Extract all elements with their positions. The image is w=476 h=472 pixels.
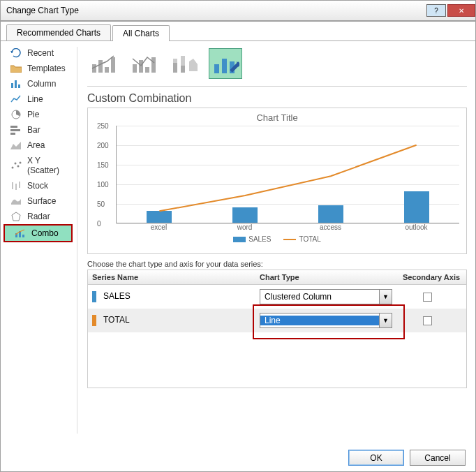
section-title: Custom Combination	[87, 92, 467, 105]
category-pie[interactable]: Pie	[1, 107, 75, 122]
category-surface[interactable]: Surface	[1, 193, 75, 209]
plot-area: 050100150200250	[116, 126, 459, 223]
legend: SALES TOTAL	[95, 235, 459, 243]
svg-rect-28	[181, 66, 185, 73]
header-secondary-axis: Secondary Axis	[396, 270, 466, 284]
x-labels: excelwordaccessoutlook	[116, 223, 459, 231]
combo-subtype-1[interactable]	[87, 48, 121, 79]
radar-icon	[10, 212, 22, 221]
chart-title: Chart Title	[95, 112, 459, 123]
svg-rect-6	[10, 133, 15, 135]
category-radar[interactable]: Radar	[1, 209, 75, 224]
svg-rect-17	[22, 235, 24, 237]
svg-rect-27	[173, 59, 177, 63]
series-name-sales: SALES	[92, 291, 260, 302]
line-icon	[10, 94, 22, 104]
pie-icon	[10, 110, 22, 119]
svg-rect-1	[15, 80, 17, 88]
svg-rect-25	[151, 57, 156, 73]
category-templates[interactable]: Templates	[1, 61, 75, 76]
category-line[interactable]: Line	[1, 91, 75, 107]
category-area[interactable]: Area	[1, 138, 75, 153]
chart-type-dropdown-sales[interactable]: Clustered Column▼	[260, 289, 392, 304]
series-type-total: Line▼	[260, 313, 392, 328]
svg-rect-23	[139, 60, 143, 73]
category-combo[interactable]: Combo	[5, 226, 71, 241]
chart-preview: Chart Title 050100150200250 excelwordacc…	[87, 108, 467, 254]
category-scatter[interactable]: X Y (Scatter)	[1, 153, 75, 178]
recent-icon	[10, 48, 22, 58]
stock-icon	[10, 181, 22, 191]
chart-type-dropdown-total[interactable]: Line▼	[260, 313, 392, 328]
legend-sales: SALES	[233, 235, 271, 243]
swatch-sales	[92, 291, 96, 302]
checkbox-total-secondary[interactable]	[423, 316, 432, 325]
ok-button[interactable]: OK	[348, 450, 404, 466]
header-series-name: Series Name	[88, 270, 255, 284]
main-panel: Custom Combination Chart Title 050100150…	[79, 41, 475, 439]
combo-icon	[15, 228, 26, 238]
legend-total: TOTAL	[283, 235, 320, 243]
scatter-icon	[10, 161, 22, 170]
series-type-sales: Clustered Column▼	[260, 289, 392, 304]
header-chart-type: Chart Type	[255, 270, 396, 284]
area-icon	[10, 140, 22, 150]
dialog-body: Recommended Charts All Charts Recent Tem…	[0, 21, 476, 472]
chevron-down-icon: ▼	[379, 290, 392, 304]
cancel-button[interactable]: Cancel	[410, 450, 466, 466]
series-table: Series Name Chart Type Secondary Axis SA…	[87, 270, 467, 388]
surface-icon	[10, 196, 22, 206]
category-stock[interactable]: Stock	[1, 178, 75, 193]
window-title: Change Chart Type	[6, 6, 79, 15]
title-bar: Change Chart Type ? ✕	[0, 0, 476, 21]
svg-rect-4	[10, 126, 17, 128]
series-header: Series Name Chart Type Secondary Axis	[88, 270, 466, 285]
tab-all-charts[interactable]: All Charts	[112, 25, 170, 41]
close-button[interactable]: ✕	[447, 4, 475, 17]
svg-rect-21	[111, 57, 115, 73]
category-column[interactable]: Column	[1, 76, 75, 91]
category-recent[interactable]: Recent	[1, 45, 75, 61]
combo-subtype-custom[interactable]	[209, 48, 242, 79]
series-row-total: TOTAL Line▼	[88, 309, 466, 332]
svg-point-10	[20, 162, 22, 164]
svg-rect-20	[105, 67, 109, 73]
swatch-total	[92, 315, 96, 326]
svg-rect-19	[98, 60, 103, 73]
svg-rect-24	[145, 67, 149, 73]
subtype-row	[87, 45, 467, 87]
legend-swatch-line	[283, 239, 296, 240]
svg-rect-5	[10, 129, 20, 131]
instruction-label: Choose the chart type and axis for your …	[87, 260, 467, 268]
category-bar[interactable]: Bar	[1, 122, 75, 138]
svg-point-8	[15, 163, 17, 165]
tab-strip: Recommended Charts All Charts	[1, 22, 475, 41]
series-axis-total	[392, 316, 462, 325]
divider	[77, 47, 77, 434]
svg-point-7	[12, 167, 14, 169]
bar-icon	[10, 125, 22, 135]
combo-subtype-2[interactable]	[128, 48, 161, 79]
svg-rect-29	[181, 56, 185, 66]
svg-rect-22	[133, 64, 137, 73]
category-list: Recent Templates Column Line Pie Bar Are…	[1, 41, 75, 439]
svg-rect-2	[18, 84, 20, 88]
svg-rect-30	[214, 64, 219, 73]
svg-rect-31	[222, 59, 227, 73]
series-name-total: TOTAL	[92, 315, 260, 326]
window-buttons: ? ✕	[426, 4, 475, 17]
svg-rect-26	[173, 63, 177, 73]
help-button[interactable]: ?	[426, 4, 446, 17]
chevron-down-icon: ▼	[379, 314, 392, 327]
legend-swatch-bar	[233, 237, 246, 242]
dialog-footer: OK Cancel	[348, 450, 466, 466]
svg-point-9	[17, 165, 20, 168]
combo-subtype-3[interactable]	[168, 48, 202, 79]
content: Recent Templates Column Line Pie Bar Are…	[1, 41, 475, 439]
tab-recommended[interactable]: Recommended Charts	[6, 24, 111, 40]
svg-marker-14	[12, 212, 20, 221]
folder-icon	[10, 64, 22, 73]
svg-rect-0	[11, 83, 13, 88]
series-row-sales: SALES Clustered Column▼	[88, 285, 466, 309]
checkbox-sales-secondary[interactable]	[423, 293, 432, 302]
